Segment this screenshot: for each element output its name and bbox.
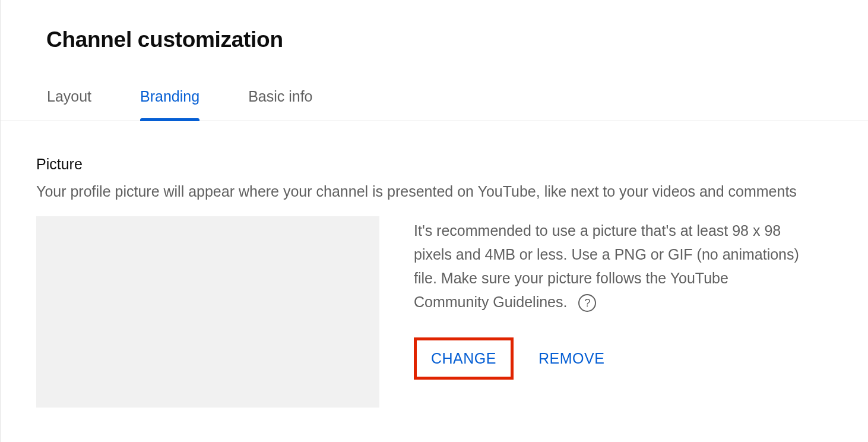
picture-preview — [36, 216, 379, 408]
page-title: Channel customization — [1, 0, 868, 52]
picture-title: Picture — [36, 156, 832, 173]
change-button[interactable]: CHANGE — [414, 337, 514, 380]
picture-description: Your profile picture will appear where y… — [36, 181, 832, 202]
picture-actions: CHANGE REMOVE — [414, 337, 832, 380]
tab-layout[interactable]: Layout — [47, 89, 91, 121]
picture-recommendation: It's recommended to use a picture that's… — [414, 219, 806, 314]
tab-branding[interactable]: Branding — [140, 89, 199, 121]
remove-button[interactable]: REMOVE — [524, 340, 619, 377]
tab-basic-info[interactable]: Basic info — [248, 89, 312, 121]
tabs: Layout Branding Basic info — [1, 52, 868, 121]
picture-section: Picture Your profile picture will appear… — [1, 121, 868, 408]
picture-recommendation-text: It's recommended to use a picture that's… — [414, 222, 799, 310]
help-icon[interactable]: ? — [578, 294, 596, 312]
picture-side: It's recommended to use a picture that's… — [414, 216, 832, 380]
picture-row: It's recommended to use a picture that's… — [36, 216, 832, 408]
